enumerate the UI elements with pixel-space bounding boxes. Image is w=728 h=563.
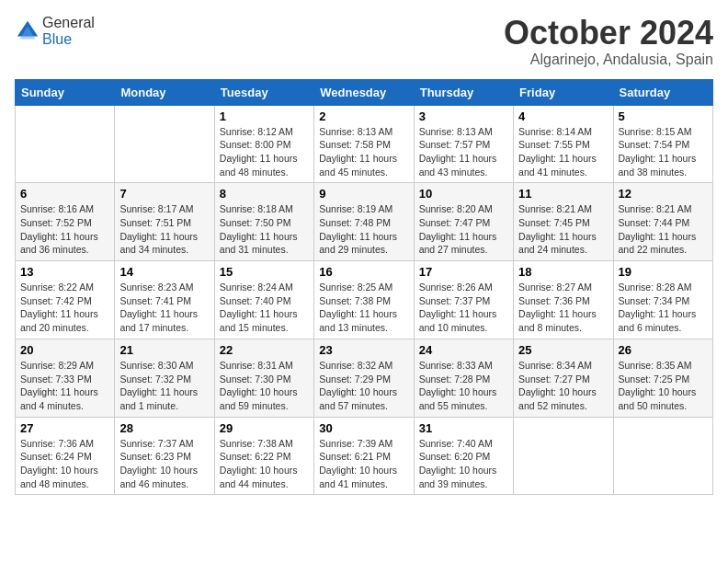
day-number: 25 [518,343,608,357]
day-number: 9 [319,187,408,201]
day-info: Sunrise: 8:21 AMSunset: 7:45 PMDaylight:… [518,202,608,257]
day-number: 22 [220,343,309,357]
weekday-header: Tuesday [214,79,313,105]
day-number: 27 [20,421,109,435]
day-number: 23 [319,343,408,357]
calendar-cell: 13Sunrise: 8:22 AMSunset: 7:42 PMDayligh… [16,261,115,339]
calendar-cell: 15Sunrise: 8:24 AMSunset: 7:40 PMDayligh… [214,261,313,339]
day-info: Sunrise: 7:38 AMSunset: 6:22 PMDaylight:… [220,437,309,491]
day-number: 14 [119,265,209,279]
day-number: 15 [220,265,309,279]
calendar-cell [16,105,115,183]
day-number: 5 [619,109,708,123]
day-info: Sunrise: 8:29 AMSunset: 7:33 PMDaylight:… [20,359,109,413]
day-info: Sunrise: 8:26 AMSunset: 7:37 PMDaylight:… [419,281,508,335]
day-number: 30 [319,421,408,435]
day-number: 19 [619,265,708,279]
calendar-cell: 22Sunrise: 8:31 AMSunset: 7:30 PMDayligh… [214,339,313,417]
page-header: General Blue October 2024 Algarinejo, An… [15,15,713,68]
weekday-header: Friday [514,79,613,105]
weekday-header: Thursday [414,79,513,105]
calendar-cell: 1Sunrise: 8:12 AMSunset: 8:00 PMDaylight… [214,105,313,183]
calendar-cell: 6Sunrise: 8:16 AMSunset: 7:52 PMDaylight… [16,183,115,261]
day-number: 28 [119,421,209,435]
day-info: Sunrise: 7:40 AMSunset: 6:20 PMDaylight:… [419,437,508,491]
title-block: October 2024 Algarinejo, Andalusia, Spai… [504,15,713,68]
calendar-cell: 12Sunrise: 8:21 AMSunset: 7:44 PMDayligh… [613,183,712,261]
day-info: Sunrise: 8:32 AMSunset: 7:29 PMDaylight:… [319,359,408,413]
day-info: Sunrise: 8:22 AMSunset: 7:42 PMDaylight:… [20,281,109,335]
calendar-week-row: 13Sunrise: 8:22 AMSunset: 7:42 PMDayligh… [16,261,713,339]
day-info: Sunrise: 8:24 AMSunset: 7:40 PMDaylight:… [220,281,309,335]
calendar-cell: 20Sunrise: 8:29 AMSunset: 7:33 PMDayligh… [16,339,115,417]
day-info: Sunrise: 8:15 AMSunset: 7:54 PMDaylight:… [619,125,708,179]
day-info: Sunrise: 8:13 AMSunset: 7:57 PMDaylight:… [419,125,508,179]
day-info: Sunrise: 8:35 AMSunset: 7:25 PMDaylight:… [619,359,708,413]
calendar-week-row: 6Sunrise: 8:16 AMSunset: 7:52 PMDaylight… [16,183,713,261]
day-info: Sunrise: 8:12 AMSunset: 8:00 PMDaylight:… [220,125,309,179]
weekday-header: Wednesday [314,79,414,105]
calendar-cell: 23Sunrise: 8:32 AMSunset: 7:29 PMDayligh… [314,339,414,417]
weekday-header: Saturday [613,79,712,105]
day-number: 7 [119,187,209,201]
day-info: Sunrise: 8:17 AMSunset: 7:51 PMDaylight:… [119,202,209,257]
calendar-cell [115,105,214,183]
calendar-cell: 24Sunrise: 8:33 AMSunset: 7:28 PMDayligh… [414,339,513,417]
day-info: Sunrise: 8:28 AMSunset: 7:34 PMDaylight:… [619,281,708,335]
day-number: 2 [319,109,408,123]
calendar-cell: 14Sunrise: 8:23 AMSunset: 7:41 PMDayligh… [115,261,214,339]
calendar-cell: 18Sunrise: 8:27 AMSunset: 7:36 PMDayligh… [514,261,613,339]
day-number: 6 [20,187,109,201]
calendar-cell: 27Sunrise: 7:36 AMSunset: 6:24 PMDayligh… [16,417,115,495]
weekday-header-row: SundayMondayTuesdayWednesdayThursdayFrid… [16,79,713,105]
day-info: Sunrise: 8:34 AMSunset: 7:27 PMDaylight:… [518,359,608,413]
day-number: 26 [619,343,708,357]
day-info: Sunrise: 8:19 AMSunset: 7:48 PMDaylight:… [319,202,408,257]
day-info: Sunrise: 8:23 AMSunset: 7:41 PMDaylight:… [119,281,209,335]
calendar-cell: 19Sunrise: 8:28 AMSunset: 7:34 PMDayligh… [613,261,712,339]
calendar-cell: 4Sunrise: 8:14 AMSunset: 7:55 PMDaylight… [514,105,613,183]
calendar-cell: 9Sunrise: 8:19 AMSunset: 7:48 PMDaylight… [314,183,414,261]
month-title: October 2024 [504,15,713,52]
calendar-cell: 2Sunrise: 8:13 AMSunset: 7:58 PMDaylight… [314,105,414,183]
day-number: 29 [220,421,309,435]
logo: General Blue [15,15,95,48]
calendar-cell: 16Sunrise: 8:25 AMSunset: 7:38 PMDayligh… [314,261,414,339]
day-info: Sunrise: 8:16 AMSunset: 7:52 PMDaylight:… [20,202,109,257]
day-number: 4 [518,109,608,123]
calendar-cell: 11Sunrise: 8:21 AMSunset: 7:45 PMDayligh… [514,183,613,261]
day-number: 10 [419,187,508,201]
calendar-cell: 25Sunrise: 8:34 AMSunset: 7:27 PMDayligh… [514,339,613,417]
calendar-week-row: 20Sunrise: 8:29 AMSunset: 7:33 PMDayligh… [16,339,713,417]
logo-general-text: General [42,15,95,30]
calendar-cell: 8Sunrise: 8:18 AMSunset: 7:50 PMDaylight… [214,183,313,261]
calendar-cell: 30Sunrise: 7:39 AMSunset: 6:21 PMDayligh… [314,417,414,495]
day-info: Sunrise: 8:30 AMSunset: 7:32 PMDaylight:… [119,359,209,413]
calendar-cell: 31Sunrise: 7:40 AMSunset: 6:20 PMDayligh… [414,417,513,495]
day-info: Sunrise: 7:39 AMSunset: 6:21 PMDaylight:… [319,437,408,491]
calendar-cell: 29Sunrise: 7:38 AMSunset: 6:22 PMDayligh… [214,417,313,495]
calendar-week-row: 1Sunrise: 8:12 AMSunset: 8:00 PMDaylight… [16,105,713,183]
calendar-table: SundayMondayTuesdayWednesdayThursdayFrid… [15,79,713,496]
location: Algarinejo, Andalusia, Spain [504,52,713,68]
day-number: 3 [419,109,508,123]
calendar-cell: 10Sunrise: 8:20 AMSunset: 7:47 PMDayligh… [414,183,513,261]
day-info: Sunrise: 8:31 AMSunset: 7:30 PMDaylight:… [220,359,309,413]
day-info: Sunrise: 8:27 AMSunset: 7:36 PMDaylight:… [518,281,608,335]
logo-icon [15,18,40,44]
logo-blue-text: Blue [42,31,72,47]
day-number: 13 [20,265,109,279]
calendar-cell: 17Sunrise: 8:26 AMSunset: 7:37 PMDayligh… [414,261,513,339]
weekday-header: Monday [115,79,214,105]
day-number: 21 [119,343,209,357]
day-info: Sunrise: 8:21 AMSunset: 7:44 PMDaylight:… [619,202,708,257]
calendar-cell: 3Sunrise: 8:13 AMSunset: 7:57 PMDaylight… [414,105,513,183]
calendar-cell: 5Sunrise: 8:15 AMSunset: 7:54 PMDaylight… [613,105,712,183]
day-info: Sunrise: 8:25 AMSunset: 7:38 PMDaylight:… [319,281,408,335]
day-number: 20 [20,343,109,357]
day-info: Sunrise: 8:18 AMSunset: 7:50 PMDaylight:… [220,202,309,257]
day-number: 12 [619,187,708,201]
calendar-cell: 21Sunrise: 8:30 AMSunset: 7:32 PMDayligh… [115,339,214,417]
day-number: 1 [220,109,309,123]
calendar-cell: 7Sunrise: 8:17 AMSunset: 7:51 PMDaylight… [115,183,214,261]
